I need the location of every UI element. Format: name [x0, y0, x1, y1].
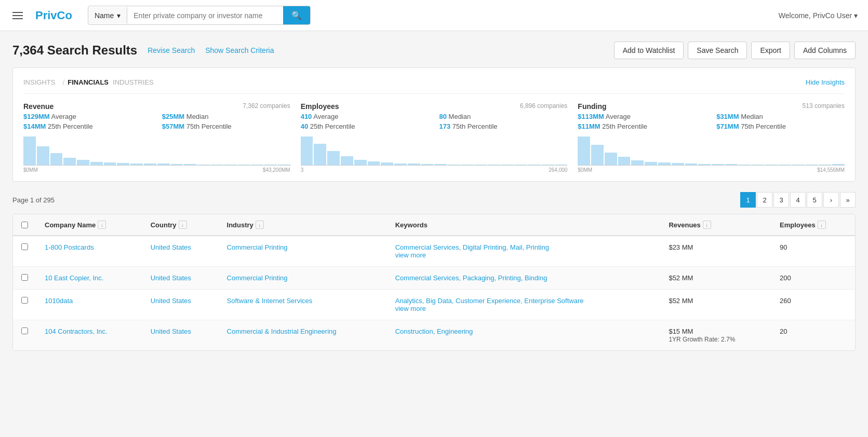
employees-title: Employees 6,896 companies [301, 102, 568, 111]
tab-industries[interactable]: INDUSTRIES [113, 76, 154, 88]
employees-section: Employees 6,896 companies 410 Average 80… [301, 102, 568, 173]
pagination: 1 2 3 4 5 › » [740, 192, 856, 208]
industry-link[interactable]: Commercial & Industrial Engineering [227, 327, 337, 335]
select-all-checkbox[interactable] [21, 222, 28, 228]
employees-cell: 260 [771, 290, 855, 320]
funding-stats: $113MM Average $31MM Median $11MM 25th P… [578, 113, 845, 130]
page-5-button[interactable]: 5 [807, 192, 822, 208]
keywords-cell: Commercial Services, Packaging, Printing… [387, 267, 661, 290]
employees-p75: 173 75th Percentile [439, 122, 567, 130]
show-criteria-link[interactable]: Show Search Criteria [205, 46, 274, 54]
company-link[interactable]: 10 East Copier, Inc. [45, 274, 103, 282]
last-page-button[interactable]: » [840, 192, 856, 208]
insights-panel: INSIGHTS / FINANCIALS INDUSTRIES Hide In… [12, 67, 856, 182]
funding-section: Funding 513 companies $113MM Average $31… [578, 102, 845, 173]
row-checkbox[interactable] [21, 327, 28, 334]
row-checkbox-cell [13, 236, 36, 267]
company-link[interactable]: 1010data [45, 297, 73, 305]
country-filter-icon[interactable]: ↓ [179, 221, 187, 229]
table-body: 1-800 Postcards United States Commercial… [13, 236, 855, 350]
revise-search-link[interactable]: Revise Search [148, 46, 195, 54]
revenue-p75: $57MM 75th Percentile [162, 122, 290, 130]
row-checkbox[interactable] [21, 297, 28, 304]
chevron-down-icon: ▾ [854, 11, 858, 20]
company-name-filter-icon[interactable]: ↓ [98, 221, 106, 229]
view-more-link[interactable]: view more [395, 251, 426, 259]
search-type-dropdown[interactable]: Name ▾ [88, 7, 127, 24]
revenue-chart-labels: $0MM $43,200MM [23, 167, 290, 173]
company-link[interactable]: 104 Contractors, Inc. [45, 327, 108, 335]
row-checkbox[interactable] [21, 243, 28, 250]
country-link[interactable]: United States [151, 327, 191, 335]
companies-table: Company Name ↓ Country ↓ Industry [13, 214, 855, 350]
industry-filter-icon[interactable]: ↓ [256, 221, 264, 229]
search-input[interactable] [127, 7, 283, 24]
industry-link[interactable]: Software & Internet Services [227, 297, 313, 305]
funding-p25: $11MM 25th Percentile [578, 122, 706, 130]
tab-financials[interactable]: FINANCIALS [68, 76, 109, 88]
view-more-link[interactable]: view more [395, 305, 426, 312]
add-to-watchlist-button[interactable]: Add to Watchlist [614, 42, 684, 59]
user-menu[interactable]: Welcome, PrivCo User ▾ [779, 11, 858, 20]
row-checkbox-cell [13, 320, 36, 351]
company-link[interactable]: 1-800 Postcards [45, 243, 94, 251]
search-icon: 🔍 [291, 11, 302, 20]
keywords-cell: Analytics, Big Data, Customer Experience… [387, 290, 661, 320]
industry-link[interactable]: Commercial Printing [227, 243, 288, 251]
employees-cell: 90 [771, 236, 855, 267]
keywords-cell: Commercial Services, Digital Printing, M… [387, 236, 661, 267]
page-4-button[interactable]: 4 [790, 192, 806, 208]
page-1-button[interactable]: 1 [740, 192, 756, 208]
next-page-button[interactable]: › [823, 192, 839, 208]
pagination-row: Page 1 of 295 1 2 3 4 5 › » [12, 192, 856, 208]
revenues-filter-icon[interactable]: ↓ [703, 221, 711, 229]
search-bar: Name ▾ 🔍 [88, 6, 311, 25]
country-cell: United States [142, 236, 219, 267]
employees-column: Employees ↓ [771, 214, 855, 236]
action-buttons: Add to Watchlist Save Search Export Add … [614, 42, 856, 59]
funding-chart-labels: $0MM $14,556MM [578, 167, 845, 173]
keywords-column: Keywords [387, 214, 661, 236]
employees-median: 80 Median [439, 113, 567, 120]
results-count: 7,364 Search Results [12, 43, 137, 58]
revenue-median: $25MM Median [162, 113, 290, 120]
results-header: 7,364 Search Results Revise Search Show … [12, 42, 856, 59]
insights-tabs: INSIGHTS / FINANCIALS INDUSTRIES Hide In… [23, 76, 845, 94]
revenue-cell: $52 MM [660, 290, 771, 320]
save-search-button[interactable]: Save Search [688, 42, 747, 59]
funding-median: $31MM Median [716, 113, 845, 120]
hide-insights-link[interactable]: Hide Insights [806, 78, 845, 86]
employees-filter-icon[interactable]: ↓ [818, 221, 826, 229]
tab-insights[interactable]: INSIGHTS [23, 76, 55, 88]
revenue-chart [23, 134, 290, 166]
revenue-cell: $23 MM [660, 236, 771, 267]
hamburger-menu[interactable] [10, 10, 25, 21]
industry-cell: Commercial Printing [219, 267, 387, 290]
page-3-button[interactable]: 3 [773, 192, 789, 208]
country-cell: United States [142, 267, 219, 290]
add-columns-button[interactable]: Add Columns [794, 42, 856, 59]
company-name-cell: 1010data [36, 290, 142, 320]
industry-column: Industry ↓ [219, 214, 387, 236]
search-button[interactable]: 🔍 [283, 6, 310, 24]
results-table: Company Name ↓ Country ↓ Industry [12, 214, 856, 351]
country-cell: United States [142, 320, 219, 351]
employees-stats: 410 Average 80 Median 40 25th Percentile… [301, 113, 568, 130]
insights-grid: Revenue 7,362 companies $129MM Average $… [23, 102, 845, 173]
row-checkbox[interactable] [21, 274, 28, 281]
country-link[interactable]: United States [151, 297, 191, 305]
revenue-cell: $15 MM1YR Growth Rate: 2.7% [660, 320, 771, 351]
country-link[interactable]: United States [151, 243, 191, 251]
industry-link[interactable]: Commercial Printing [227, 274, 288, 282]
funding-p75: $71MM 75th Percentile [716, 122, 845, 130]
logo: PrivCo [35, 9, 72, 22]
page-2-button[interactable]: 2 [757, 192, 772, 208]
company-name-cell: 1-800 Postcards [36, 236, 142, 267]
country-link[interactable]: United States [151, 274, 191, 282]
revenue-p25: $14MM 25th Percentile [23, 122, 152, 130]
country-cell: United States [142, 290, 219, 320]
company-name-cell: 104 Contractors, Inc. [36, 320, 142, 351]
export-button[interactable]: Export [751, 42, 790, 59]
table-row: 1-800 Postcards United States Commercial… [13, 236, 855, 267]
revenue-avg: $129MM Average [23, 113, 152, 120]
